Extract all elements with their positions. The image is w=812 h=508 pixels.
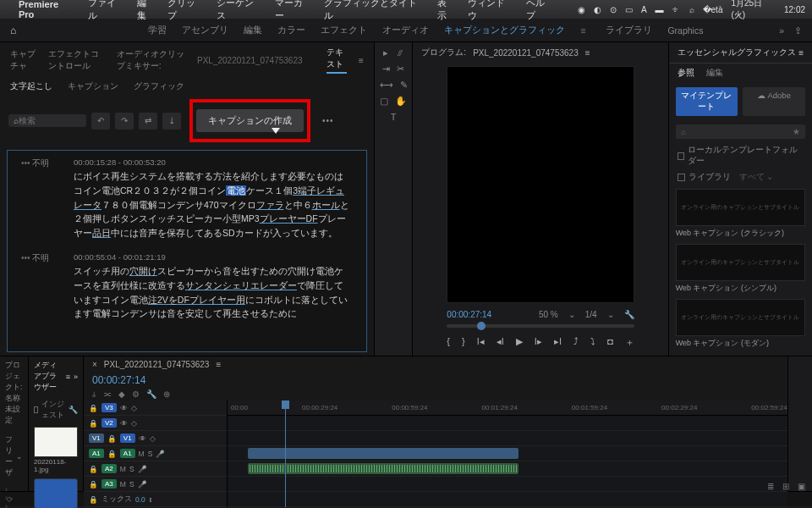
transcript-text[interactable]: にボイス再生システムを搭載する方法を紹介します必要なものはコイン電池CR２０３２… <box>74 169 353 240</box>
export-frame-icon[interactable]: ◘ <box>607 336 613 349</box>
lock-icon[interactable]: 🔒 <box>107 434 117 443</box>
menu-edit[interactable]: 編集 <box>137 0 156 22</box>
tab-capture[interactable]: キャプチャ <box>10 48 36 72</box>
ess-browse-tab[interactable]: 参照 <box>678 67 694 79</box>
ws-learn[interactable]: 学習 <box>148 25 167 36</box>
ripple-tool-icon[interactable]: ⇥ <box>382 64 390 75</box>
transcript-search[interactable]: ⌕ <box>8 114 86 127</box>
wifi-icon[interactable]: ᯤ <box>672 5 681 14</box>
chevron-down-icon[interactable]: ⌄ <box>16 452 23 461</box>
subtab-transcribe[interactable]: 文字起こし <box>10 80 52 92</box>
marker-icon[interactable]: ◆ <box>118 389 125 399</box>
wrench-icon[interactable]: 🔧 <box>624 310 634 319</box>
menu-marker[interactable]: マーカー <box>275 0 312 22</box>
track-header[interactable]: 🔒ミックス0.0⫾ <box>84 492 227 507</box>
program-viewport[interactable] <box>447 66 634 303</box>
snap-icon[interactable]: ⫰ <box>92 389 96 399</box>
lock-icon[interactable]: 🔒 <box>89 419 98 428</box>
program-scrubber[interactable] <box>447 324 634 328</box>
cc-icon[interactable]: ◐ <box>594 5 601 14</box>
undo-button[interactable]: ↶ <box>91 113 110 130</box>
speaker-label[interactable]: 不明 <box>21 157 60 240</box>
lift-icon[interactable]: ⤴ <box>573 336 579 349</box>
redo-button[interactable]: ↷ <box>115 113 134 130</box>
media-item[interactable]: 20220118-1.jpg <box>34 427 78 473</box>
extract-icon[interactable]: ⤵ <box>590 336 595 349</box>
checkbox[interactable] <box>678 152 684 160</box>
lock-icon[interactable]: 🔒 <box>89 495 98 504</box>
battery-icon[interactable]: ▬ <box>656 5 664 14</box>
program-menu-icon[interactable]: ≡ <box>585 48 590 58</box>
chevron-down-icon[interactable]: ⌄ <box>607 310 614 319</box>
add-icon[interactable]: ⊕ <box>163 389 170 399</box>
ws-effects[interactable]: エフェクト <box>321 25 367 36</box>
close-icon[interactable]: × <box>92 360 97 369</box>
panel-menu-icon[interactable]: ≡ <box>359 56 364 65</box>
program-page[interactable]: 1/4 <box>585 310 597 319</box>
chevron-right-icon[interactable]: › <box>5 485 23 494</box>
rect-tool-icon[interactable]: ▢ <box>380 96 388 107</box>
transcript-row[interactable]: 不明 00:00:15:28 - 00:00:53:20 にボイス再生システムを… <box>21 157 353 240</box>
panel-menu-icon[interactable]: ≡ <box>216 360 221 369</box>
ess-search[interactable]: ⌕ ★ <box>676 124 805 139</box>
ws-edit[interactable]: 編集 <box>244 25 262 36</box>
settings-icon[interactable]: ⚙ <box>132 389 140 399</box>
replace-button[interactable]: ⇄ <box>139 113 157 130</box>
star-icon[interactable]: ★ <box>793 127 800 136</box>
checkbox[interactable] <box>34 406 38 413</box>
track-header[interactable]: 🔒V2👁◇ <box>84 416 227 431</box>
link-icon[interactable]: ⫘ <box>103 389 112 399</box>
video-clip[interactable] <box>248 448 518 459</box>
timeline-content[interactable]: 00:0000:00:29:2400:00:59:2400:01:29:2400… <box>228 400 787 507</box>
subtab-captions[interactable]: キャプション <box>68 80 118 92</box>
timeline-timecode[interactable]: 00:00:27:14 <box>84 373 787 388</box>
menubar-date[interactable]: 1月25日(火) <box>731 0 776 21</box>
my-templates-button[interactable]: マイテンプレート <box>676 87 738 116</box>
track-header[interactable]: 🔒A3MS🎤 <box>84 477 227 492</box>
panel-menu-icon[interactable]: ≡ <box>66 373 70 381</box>
template-item[interactable]: オンライン用のキャプションとサブタイトル Web キャプション (シンプル) <box>676 244 805 294</box>
tab-text[interactable]: テキスト <box>326 47 347 74</box>
tab-effectcontrols[interactable]: エフェクトコントロール <box>48 48 105 72</box>
new-item-icon[interactable]: ▣ <box>798 482 805 491</box>
template-item[interactable]: オンライン用のキャプションとサブタイトル Web キャプション (クラシック) <box>676 189 805 239</box>
track-header[interactable]: A1🔒A1MS🎤 <box>84 446 227 461</box>
panel-menu-icon[interactable]: ≡ <box>798 48 804 58</box>
mark-out-icon[interactable]: } <box>462 336 465 349</box>
ws-graphics[interactable]: Graphics <box>667 25 703 36</box>
lib-dropdown[interactable]: すべて ⌄ <box>739 172 774 183</box>
search-icon[interactable]: ⌕ <box>689 5 694 14</box>
share-icon[interactable]: ⇪ <box>794 25 802 36</box>
program-timecode[interactable]: 00:00:27:14 <box>447 310 491 319</box>
track-header[interactable]: 🔒V3👁◇ <box>84 400 227 416</box>
transcript-list[interactable]: 不明 00:00:15:28 - 00:00:53:20 にボイス再生システムを… <box>7 150 367 352</box>
step-back-icon[interactable]: ◂І <box>497 336 504 349</box>
more-options-icon[interactable]: ••• <box>322 116 334 125</box>
lock-icon[interactable]: 🔒 <box>89 465 98 473</box>
transcript-text[interactable]: スイッチ用の穴開けスピーカーから音を出すための穴開け電池ケースを直列仕様に改造す… <box>74 264 353 321</box>
pen-tool-icon[interactable]: ✎ <box>400 80 408 91</box>
menubar-time[interactable]: 12:02 <box>784 5 805 14</box>
play-button-icon[interactable]: ▶ <box>516 336 523 349</box>
wrench-icon[interactable]: 🔧 <box>146 389 156 399</box>
lock-icon[interactable]: 🔒 <box>107 450 117 458</box>
menu-file[interactable]: ファイル <box>88 0 125 22</box>
track-header[interactable]: 🔒A2MS🎤 <box>84 461 227 477</box>
adobe-stock-button[interactable]: ☁ Adobe <box>743 87 805 116</box>
record-icon[interactable]: ◉ <box>578 5 585 14</box>
subtab-graphics[interactable]: グラフィック <box>134 80 184 92</box>
ime-icon[interactable]: A <box>641 5 647 14</box>
program-zoom[interactable]: 50 % <box>539 310 558 319</box>
ws-audio[interactable]: オーディオ <box>382 25 429 36</box>
transcript-row[interactable]: 不明 00:00:55:04 - 00:01:21:19 スイッチ用の穴開けスピ… <box>21 252 353 321</box>
play-icon[interactable]: ⊙ <box>610 5 617 14</box>
tab-audiomixer[interactable]: オーディオクリップミキサー: <box>117 48 185 72</box>
timeline-ruler[interactable]: 00:0000:00:29:2400:00:59:2400:01:29:2400… <box>228 400 787 416</box>
track-select-tool-icon[interactable]: ⫽ <box>395 47 404 58</box>
chevron-down-icon[interactable]: ⌄ <box>568 310 575 319</box>
overflow-icon[interactable]: » <box>74 373 78 381</box>
speaker-label[interactable]: 不明 <box>21 252 60 321</box>
menu-clip[interactable]: クリップ <box>167 0 205 22</box>
button-editor-icon[interactable]: ＋ <box>625 336 634 349</box>
step-fwd-icon[interactable]: І▸ <box>535 336 542 349</box>
